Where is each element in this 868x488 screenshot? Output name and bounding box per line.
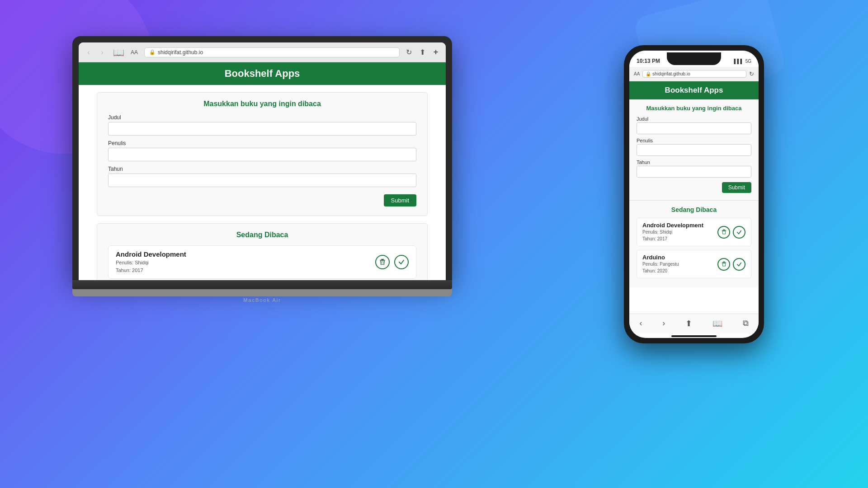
new-tab-button[interactable]: + [431, 48, 440, 57]
phone-tabs-nav-icon[interactable]: ⧉ [743, 319, 749, 328]
back-button[interactable]: ‹ [84, 48, 93, 57]
phone-signals: ▌▌▌ 5G [734, 59, 751, 64]
phone-reload-button[interactable]: ↻ [749, 70, 754, 77]
delete-book-button[interactable] [375, 255, 390, 269]
book-actions [375, 255, 409, 269]
phone-check-icon [736, 230, 742, 235]
tahun-input[interactable] [108, 174, 416, 187]
phone-home-indicator [671, 335, 717, 337]
phone-penulis-input[interactable] [637, 144, 751, 156]
phone-app-header: Bookshelf Apps [629, 81, 759, 99]
phone-delete-button[interactable] [717, 258, 730, 271]
judul-input[interactable] [108, 122, 416, 136]
phone-book-info: Android Development Penulis: ShidqiTahun… [642, 222, 703, 242]
penulis-input[interactable] [108, 148, 416, 161]
phone-trash-icon [721, 261, 727, 267]
phone-penulis-label: Penulis [637, 138, 751, 143]
phone-book-title: Arduino [642, 254, 679, 261]
bookmarks-icon: 📖 [113, 47, 124, 58]
aa-label: AA [131, 49, 138, 56]
phone-frame: 10:13 PM ▌▌▌ 5G AA 🔒 shidqirifat.github.… [624, 45, 764, 343]
phone-screen: 10:13 PM ▌▌▌ 5G AA 🔒 shidqirifat.github.… [629, 51, 759, 338]
svg-rect-8 [723, 230, 725, 230]
signal-bars-icon: ▌▌▌ [734, 59, 743, 64]
phone-nav-bar: ‹ › ⬆ 📖 ⧉ [629, 314, 759, 333]
laptop-browser-window: ‹ › 📖 AA 🔒 shidqirifat.github.io ↻ ⬆ + B… [79, 42, 446, 280]
laptop-base [72, 289, 452, 296]
reload-button[interactable]: ↻ [404, 48, 413, 57]
phone-book-meta: Penulis: ShidqiTahun: 2017 [642, 229, 703, 242]
share-button[interactable]: ⬆ [418, 48, 427, 57]
tahun-label: Tahun [108, 166, 416, 172]
form-section-title: Masukkan buku yang ingin dibaca [108, 100, 416, 108]
reading-list-card: Sedang Dibaca Android Development Penuli… [97, 223, 428, 280]
book-item: Android Development Penulis: ShidqiTahun… [108, 245, 416, 279]
add-book-form-card: Masukkan buku yang ingin dibaca Judul Pe… [97, 92, 428, 216]
app-title: Bookshelf Apps [225, 68, 300, 79]
forward-button[interactable]: › [98, 48, 107, 57]
phone-aa-label: AA [634, 71, 640, 76]
judul-label: Judul [108, 114, 416, 121]
phone-form-section-title: Masukkan buku yang ingin dibaca [637, 105, 751, 112]
book-meta: Penulis: ShidqiTahun: 2017 [116, 259, 186, 274]
phone-time: 10:13 PM [637, 58, 660, 64]
phone-judul-input[interactable] [637, 122, 751, 134]
svg-rect-11 [722, 262, 726, 263]
svg-rect-9 [722, 230, 726, 230]
svg-rect-1 [380, 260, 385, 261]
phone-tahun-input[interactable] [637, 166, 751, 178]
judul-form-group: Judul [108, 114, 416, 136]
phone-notch [667, 52, 721, 65]
phone-add-book-form: Masukkan buku yang ingin dibaca Judul Pe… [629, 99, 759, 201]
book-title: Android Development [116, 250, 186, 258]
phone-book-actions [717, 258, 745, 271]
svg-rect-0 [381, 259, 384, 260]
browser-content: Bookshelf Apps Masukkan buku yang ingin … [79, 62, 446, 280]
submit-button[interactable]: Submit [384, 194, 416, 206]
laptop-device: ‹ › 📖 AA 🔒 shidqirifat.github.io ↻ ⬆ + B… [72, 36, 452, 316]
phone-book-meta: Penulis: PangestuTahun: 2020 [642, 261, 679, 274]
phone-reading-section: Sedang Dibaca Android Development Penuli… [629, 201, 759, 287]
phone-book-title: Android Development [642, 222, 703, 229]
phone-check-icon [736, 262, 742, 267]
lock-icon: 🔒 [149, 49, 156, 55]
phone-lock-icon: 🔒 [646, 71, 651, 76]
phone-url-text: shidqirifat.github.io [652, 71, 690, 76]
book-info: Android Development Penulis: ShidqiTahun… [116, 250, 186, 274]
app-header: Bookshelf Apps [79, 62, 446, 85]
phone-reading-title: Sedang Dibaca [637, 206, 751, 213]
phone-back-nav-icon[interactable]: ‹ [639, 319, 642, 328]
phone-forward-nav-icon[interactable]: › [662, 319, 665, 328]
penulis-form-group: Penulis [108, 140, 416, 161]
phone-bookmarks-nav-icon[interactable]: 📖 [712, 319, 722, 328]
phone-browser-bar: AA 🔒 shidqirifat.github.io ↻ [629, 67, 759, 81]
tahun-form-group: Tahun [108, 166, 416, 187]
phone-tahun-label: Tahun [637, 160, 751, 165]
url-text: shidqirifat.github.io [158, 49, 203, 56]
signal-label: 5G [745, 59, 751, 64]
phone-share-nav-icon[interactable]: ⬆ [685, 319, 692, 328]
phone-app-content: Bookshelf Apps Masukkan buku yang ingin … [629, 81, 759, 314]
phone-complete-button[interactable] [733, 258, 745, 271]
penulis-label: Penulis [108, 140, 416, 146]
phone-url-bar[interactable]: 🔒 shidqirifat.github.io [642, 70, 746, 78]
phone-app-title: Bookshelf Apps [665, 86, 723, 94]
trash-icon [379, 258, 386, 266]
url-bar[interactable]: 🔒 shidqirifat.github.io [144, 47, 400, 57]
phone-device: 10:13 PM ▌▌▌ 5G AA 🔒 shidqirifat.github.… [624, 45, 764, 343]
phone-trash-icon [721, 229, 727, 235]
complete-book-button[interactable] [394, 255, 409, 269]
phone-book-info: Arduino Penulis: PangestuTahun: 2020 [642, 254, 679, 274]
check-icon [398, 259, 405, 265]
phone-book-item: Arduino Penulis: PangestuTahun: 2020 [637, 250, 751, 278]
svg-rect-10 [723, 262, 725, 263]
laptop-hinge [72, 280, 452, 289]
phone-book-actions [717, 226, 745, 239]
phone-submit-button[interactable]: Submit [722, 182, 751, 193]
laptop-brand-label: MacBook Air [72, 297, 452, 303]
phone-delete-button[interactable] [717, 226, 730, 239]
phone-judul-label: Judul [637, 116, 751, 122]
reading-section-title: Sedang Dibaca [108, 231, 416, 239]
browser-toolbar: ‹ › 📖 AA 🔒 shidqirifat.github.io ↻ ⬆ + [79, 42, 446, 62]
phone-complete-button[interactable] [733, 226, 745, 239]
